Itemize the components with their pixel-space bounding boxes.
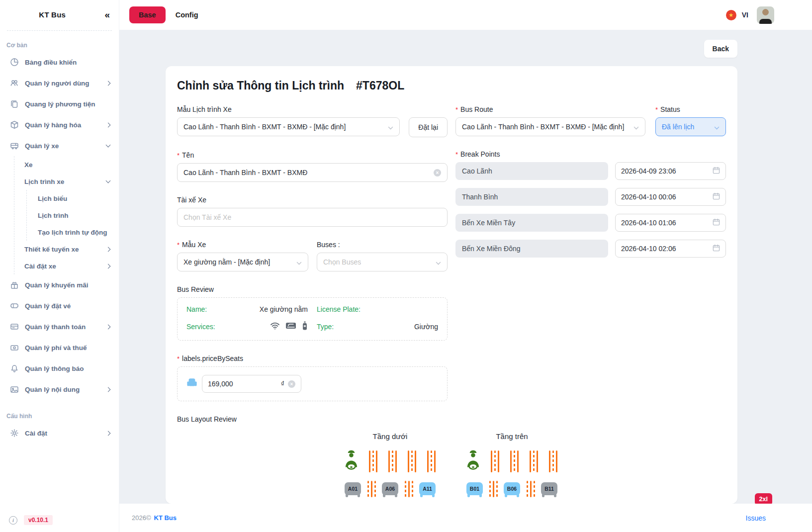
status-select[interactable]: Đã lên lịch	[655, 117, 726, 136]
chevron-down-icon	[296, 260, 302, 265]
berth-divider	[530, 450, 538, 472]
sidebar: KT Bus « Cơ bản Bảng điều khiển Quản lý …	[0, 0, 119, 532]
price-label: labels.priceBySeats	[182, 355, 243, 362]
credit-card-icon	[10, 322, 19, 331]
sidebar-item-dashboard[interactable]: Bảng điều khiển	[0, 52, 119, 73]
break-point-name: Cao Lãnh	[455, 162, 608, 180]
sidebar-item-notifications[interactable]: Quản lý thông báo	[0, 358, 119, 379]
sidebar-item-promo[interactable]: Quản lý khuyến mãi	[0, 274, 119, 295]
break-point-row: Bến Xe Miền Tây 2026-04-10 01:06	[455, 214, 726, 232]
berth-divider	[369, 450, 377, 472]
berth-divider	[510, 450, 519, 472]
sidebar-item-fees[interactable]: Quản lý phí và thuế	[0, 337, 119, 358]
chevron-right-icon	[106, 247, 111, 252]
locale-label[interactable]: VI	[742, 11, 748, 19]
tab-config[interactable]: Config	[176, 11, 198, 19]
seat-A11[interactable]: A11	[419, 482, 436, 495]
driver-label: Tài xế Xe	[177, 196, 206, 204]
blanket-icon	[285, 321, 296, 332]
required-asterisk: *	[177, 241, 180, 249]
required-asterisk: *	[177, 152, 180, 159]
calendar-icon	[713, 244, 720, 253]
status-label: Status	[660, 105, 680, 113]
seat-A01[interactable]: A01	[345, 482, 361, 495]
chevron-right-icon	[106, 431, 111, 436]
buses-label: Buses :	[317, 241, 340, 249]
break-point-datetime[interactable]: 2026-04-09 23:06	[615, 162, 726, 180]
gift-icon	[10, 280, 19, 289]
seat-B06[interactable]: B06	[504, 482, 520, 495]
issues-link[interactable]: Issues	[746, 514, 766, 522]
ticket-icon	[10, 301, 19, 310]
package-icon	[10, 120, 19, 129]
driver-icon	[345, 449, 358, 473]
chevron-down-icon	[436, 260, 441, 265]
break-points-label: Break Points	[460, 150, 500, 158]
seat-B11[interactable]: B11	[541, 482, 557, 495]
sidebar-submenu-bus: Xe Lịch trình xe Lịch biểu Lịch trình Tạ…	[14, 156, 119, 274]
copyright: 2026©	[132, 514, 151, 522]
sidebar-item-settings[interactable]: Cài đặt	[0, 423, 119, 443]
seat-B01[interactable]: B01	[466, 482, 483, 495]
language-flag-icon[interactable]: ★	[726, 10, 736, 20]
sidebar-item-auto-schedule[interactable]: Tạo lịch trình tự động	[27, 224, 119, 241]
sidebar-item-payment[interactable]: Quản lý thanh toán	[0, 316, 119, 337]
page-title: Chỉnh sửa Thông tin Lịch trình	[177, 79, 344, 92]
template-label: Mẫu Lịch trình Xe	[177, 105, 232, 113]
dashboard-icon	[10, 58, 19, 67]
footer: 2026© KT Bus Issues	[119, 504, 812, 532]
schedule-edit-card: Chỉnh sửa Thông tin Lịch trình #T678OL M…	[166, 66, 737, 504]
seat-icon	[186, 377, 197, 390]
break-point-datetime[interactable]: 2026-04-10 00:06	[615, 188, 726, 206]
seat-A06[interactable]: A06	[382, 482, 398, 495]
water-bottle-icon	[302, 321, 308, 332]
sidebar-item-users[interactable]: Quản lý người dùng	[0, 73, 119, 93]
review-license-label: License Plate:	[317, 305, 361, 313]
review-type-label: Type:	[317, 323, 334, 331]
sidebar-collapse-button[interactable]: «	[104, 10, 110, 19]
berth-divider	[367, 481, 376, 497]
deck-lower-title: Tầng dưới	[345, 432, 436, 441]
break-point-datetime[interactable]: 2026-04-10 01:06	[615, 214, 726, 232]
chevron-right-icon	[106, 81, 111, 86]
required-asterisk: *	[655, 106, 658, 113]
bus-layout-preview: Tầng dưới A01 A06 A11	[345, 432, 726, 497]
sidebar-item-bus-settings[interactable]: Cài đặt xe	[14, 258, 119, 274]
driver-select[interactable]: Chọn Tài xế Xe	[177, 208, 448, 227]
tab-base[interactable]: Base	[129, 6, 166, 23]
sidebar-section-basic: Cơ bản	[0, 38, 119, 52]
info-icon[interactable]: i	[9, 516, 17, 525]
name-label: Tên	[182, 151, 194, 159]
sidebar-submenu-schedule: Lịch biểu Lịch trình Tạo lịch trình tự đ…	[26, 190, 119, 241]
clear-icon[interactable]: ×	[288, 380, 295, 388]
sidebar-item-content[interactable]: Quản lý nội dung	[0, 379, 119, 400]
bus-route-select[interactable]: Cao Lãnh - Thanh Bình - BXMT - BXMĐ - [M…	[455, 117, 645, 136]
sidebar-item-trip[interactable]: Lịch trình	[27, 207, 119, 224]
clear-icon[interactable]: ×	[434, 169, 441, 177]
sidebar-item-route-design[interactable]: Thiết kế tuyến xe	[14, 241, 119, 258]
berth-divider	[405, 481, 413, 497]
sidebar-item-schedule[interactable]: Lịch trình xe	[14, 173, 119, 190]
name-input[interactable]: Cao Lãnh - Thanh Bình - BXMT - BXMĐ ×	[177, 163, 448, 182]
price-input[interactable]: 169,000 ₫ ×	[202, 375, 301, 393]
gear-icon	[10, 429, 19, 438]
sidebar-item-bus-management[interactable]: Quản lý xe	[0, 135, 119, 156]
brand-link[interactable]: KT Bus	[154, 514, 177, 522]
form-left-column: Mẫu Lịch trình Xe Cao Lãnh - Thanh Bình …	[177, 105, 448, 423]
chevron-right-icon	[106, 122, 111, 127]
sidebar-item-xe[interactable]: Xe	[14, 156, 119, 173]
back-button[interactable]: Back	[704, 40, 737, 58]
user-avatar[interactable]	[757, 6, 774, 24]
sidebar-item-timetable[interactable]: Lịch biểu	[27, 190, 119, 207]
break-point-datetime[interactable]: 2026-04-10 02:06	[615, 240, 726, 258]
bus-model-select[interactable]: Xe giường nằm - [Mặc định]	[177, 253, 308, 271]
price-box: 169,000 ₫ ×	[177, 366, 448, 401]
reset-button[interactable]: Đặt lại	[409, 117, 448, 137]
sidebar-item-booking[interactable]: Quản lý đặt vé	[0, 295, 119, 316]
sidebar-section-config: Cấu hình	[0, 409, 119, 423]
screen-size-badge: 2xl	[755, 493, 772, 504]
buses-select[interactable]: Chọn Buses	[317, 253, 448, 271]
sidebar-item-goods[interactable]: Quản lý hàng hóa	[0, 114, 119, 135]
sidebar-item-vehicles[interactable]: Quang lý phương tiện	[0, 93, 119, 114]
template-select[interactable]: Cao Lãnh - Thanh Bình - BXMT - BXMĐ - [M…	[177, 117, 400, 136]
